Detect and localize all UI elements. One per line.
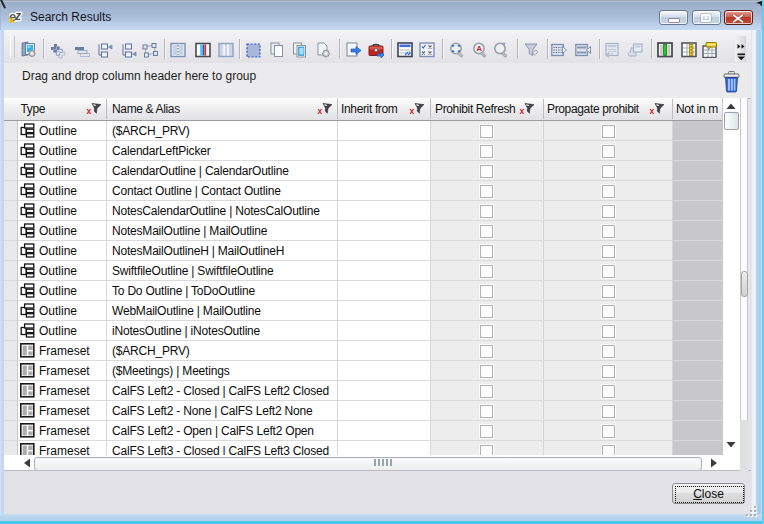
svg-text:x: x	[520, 106, 525, 116]
svg-text:x: x	[650, 106, 655, 116]
svg-text:x: x	[318, 106, 323, 116]
svg-text:A: A	[477, 44, 483, 53]
svg-text:x: x	[410, 106, 415, 116]
svg-text:z: z	[14, 9, 21, 23]
svg-text:x: x	[87, 106, 92, 116]
